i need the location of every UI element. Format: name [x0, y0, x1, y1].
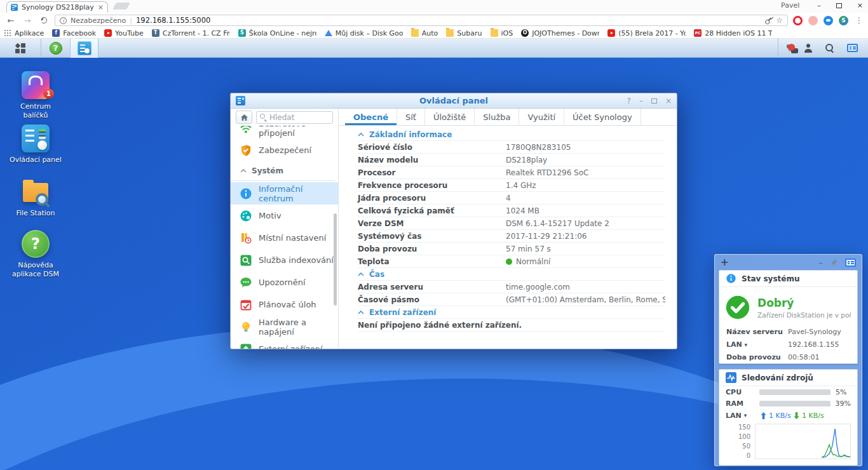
control-panel-sidebar: Bezdrátové připojení Zabezpečení Systém	[231, 109, 339, 349]
window-maximize-button[interactable]	[651, 98, 657, 104]
widget-minimize-button[interactable]: –	[818, 257, 823, 267]
desktop-icon-package-center[interactable]: 1 Centrum balíčků	[8, 71, 63, 120]
tab-network[interactable]: Síť	[397, 109, 424, 125]
tab-general[interactable]: Obecné	[345, 109, 397, 125]
sidebar-item-security[interactable]: Zabezpečení	[231, 139, 338, 161]
home-button[interactable]	[236, 111, 252, 124]
bookmark-youtube[interactable]: YouTube	[104, 29, 144, 37]
omnibox-separator: |	[130, 17, 132, 25]
page-info-icon[interactable]: i	[60, 17, 67, 24]
sidebar-item-notification[interactable]: Upozornění	[231, 271, 338, 293]
section-external-devices[interactable]: Externí zařízení	[358, 306, 665, 319]
bookmark-drive[interactable]: Můj disk – Disk Goog	[325, 29, 403, 37]
widget-layout-icon[interactable]	[845, 258, 856, 267]
extension-opera-icon[interactable]	[793, 16, 803, 25]
forward-icon[interactable]: →	[22, 16, 33, 25]
chrome-maximize-button[interactable]	[836, 3, 842, 8]
bookmark-skola-online[interactable]: ŠŠkola OnLine - nejroz	[238, 29, 316, 37]
info-row-model: Název modeluDS218play	[358, 154, 665, 166]
taskbar-divider	[778, 39, 778, 58]
tab-usage[interactable]: Využití	[519, 109, 564, 125]
pilot-view-icon[interactable]	[847, 44, 858, 52]
sidebar-scrollbar[interactable]	[334, 213, 337, 306]
address-bar[interactable]: i Nezabezpečeno | 192.168.1.155:5000 ☆	[55, 15, 788, 26]
system-health-header[interactable]: Stav systému	[719, 271, 857, 287]
sidebar-item-wireless[interactable]: Bezdrátové připojení	[231, 126, 338, 139]
sidebar-search[interactable]	[256, 111, 333, 124]
section-basic-info[interactable]: Základní informace	[358, 128, 665, 141]
resource-monitor-icon	[726, 372, 736, 383]
bookmark-brela[interactable]: (55) Brela 2017 - You	[607, 29, 686, 37]
sidebar-list: Bezdrátové připojení Zabezpečení Systém	[231, 126, 338, 349]
tab-synology-account[interactable]: Účet Synology	[564, 109, 641, 125]
extension-icon[interactable]: S	[839, 16, 848, 25]
sidebar-item-hardware-power[interactable]: Hardware a napájení	[231, 316, 338, 338]
user-menu-icon[interactable]	[804, 44, 813, 53]
chrome-profile-name[interactable]: Pavel	[781, 1, 799, 10]
lan-dropdown[interactable]: LAN ▾	[726, 340, 788, 349]
bookmark-facebook[interactable]: fFacebook	[52, 29, 96, 37]
main-menu-button[interactable]	[0, 39, 41, 58]
control-panel-window: Ovládací panel ? – ×	[230, 93, 677, 349]
chrome-menu-icon[interactable]: ⋮	[855, 16, 863, 25]
desktop-icon-dsm-help[interactable]: ? Nápověda aplikace DSM	[8, 230, 63, 279]
extension-icon[interactable]	[808, 16, 818, 25]
package-center-icon: 1	[22, 71, 50, 99]
sidebar-section-system[interactable]: Systém	[231, 161, 334, 181]
chevron-up-icon	[240, 169, 247, 173]
bookmark-ios-tips[interactable]: PC28 Hidden iOS 11 Tip	[694, 29, 772, 37]
cztorrent-icon: T	[152, 29, 159, 37]
window-close-button[interactable]: ×	[665, 97, 672, 105]
window-titlebar[interactable]: Ovládací panel ? – ×	[231, 93, 677, 109]
chevron-down-icon: ▾	[744, 412, 747, 419]
add-widget-button[interactable]: +	[721, 257, 729, 268]
new-tab-button[interactable]	[112, 3, 130, 10]
bookmark-subaru[interactable]: Subaru	[446, 29, 482, 37]
cpu-meter: CPU 5%	[719, 386, 857, 398]
sidebar-item-regional[interactable]: Místní nastavení	[231, 227, 338, 249]
tab-close-icon[interactable]: ×	[98, 3, 104, 11]
bookmark-cztorrent[interactable]: TCzTorrent - 1. CZ Fre	[152, 29, 230, 37]
sidebar-item-theme[interactable]: Motiv	[231, 205, 338, 227]
sidebar-item-external-devices[interactable]: Externí zařízení	[231, 338, 338, 349]
taskbar-control-panel-button[interactable]	[70, 39, 98, 58]
search-icon[interactable]	[825, 44, 834, 53]
info-row-uptime: Doba provozu57 min 57 s	[358, 243, 665, 255]
tab-title: Synology DS218play	[22, 3, 94, 11]
window-help-button[interactable]: ?	[627, 97, 631, 105]
lan-meter: LAN▾ 1 KB/s 1 KB/s	[719, 409, 857, 422]
bookmark-jojothemes[interactable]: OJOJOThemes - Down	[521, 29, 599, 37]
sidebar-item-indexing[interactable]: Služba indexování	[231, 249, 338, 271]
back-icon[interactable]: ←	[5, 16, 17, 25]
help-button[interactable]: ?	[41, 39, 70, 58]
lan-dropdown[interactable]: LAN▾	[726, 412, 759, 420]
youtube-icon	[104, 29, 112, 37]
desktop-icon-control-panel[interactable]: Ovládací panel	[8, 124, 63, 164]
bookmark-aplikace[interactable]: Aplikace	[4, 29, 44, 37]
tab-storage[interactable]: Úložiště	[424, 109, 474, 125]
sidebar-item-info-center[interactable]: Informační centrum	[231, 182, 338, 205]
bookmark-star-icon[interactable]: ☆	[776, 16, 783, 25]
saved-password-key-icon[interactable]	[763, 15, 774, 26]
pin-icon[interactable]	[830, 258, 838, 267]
window-minimize-button[interactable]: –	[639, 97, 643, 105]
info-row-server-address: Adresa serverutime.google.com	[358, 281, 665, 293]
cpu-percent: 5%	[836, 388, 846, 396]
resource-monitor-header[interactable]: Sledování zdrojů	[719, 370, 857, 386]
chrome-close-button[interactable]: ×	[857, 1, 863, 10]
info-row-cpu-freq: Frekvence procesoru1.4 GHz	[358, 179, 665, 192]
desktop-icon-file-station[interactable]: File Station	[8, 178, 63, 218]
extension-messenger-icon[interactable]	[824, 16, 833, 25]
refresh-icon[interactable]	[41, 17, 47, 24]
notification-icon	[240, 276, 252, 289]
chrome-minimize-button[interactable]: –	[817, 1, 821, 10]
bookmark-ios[interactable]: iOS	[491, 29, 513, 37]
bookmark-auto[interactable]: Auto	[411, 29, 438, 37]
sidebar-item-task-scheduler[interactable]: Plánovač úloh	[231, 293, 338, 316]
url-text: 192.168.1.155:5000	[136, 16, 760, 25]
search-input[interactable]	[269, 113, 329, 122]
search-icon	[260, 114, 267, 121]
tab-service[interactable]: Služba	[474, 109, 519, 125]
section-time[interactable]: Čas	[358, 268, 665, 281]
browser-tab[interactable]: Synology DS218play ×	[6, 1, 108, 13]
